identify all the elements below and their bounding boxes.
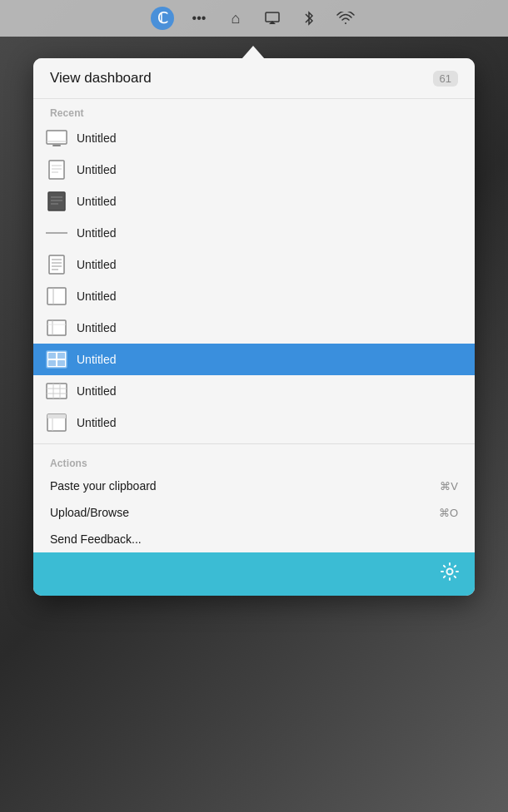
item-label: Untitled [77, 195, 116, 208]
window-sidebar-icon [45, 413, 68, 432]
svg-rect-26 [57, 353, 65, 359]
popup-header[interactable]: View dashboard 61 [33, 58, 475, 99]
svg-rect-9 [48, 192, 65, 210]
item-label: Untitled [77, 416, 116, 429]
item-label: Untitled [77, 163, 116, 176]
item-label: Untitled [77, 321, 116, 334]
recent-section-label: Recent [33, 99, 475, 122]
svg-rect-21 [47, 320, 66, 335]
svg-point-37 [447, 569, 453, 575]
svg-rect-14 [49, 255, 64, 274]
popup-footer [33, 552, 475, 596]
svg-rect-35 [47, 414, 66, 418]
upload-browse-label: Upload/Browse [50, 506, 129, 519]
dashboard-count-badge: 61 [433, 71, 458, 87]
small-split-doc-icon [45, 319, 68, 337]
paste-clipboard-action[interactable]: Paste your clipboard ⌘V [33, 473, 475, 499]
list-item[interactable]: Untitled [33, 154, 475, 186]
item-label: Untitled [77, 353, 116, 366]
dashboard-icon [45, 350, 68, 369]
list-item[interactable]: Untitled [33, 280, 475, 312]
popup-container: View dashboard 61 Recent Untitled Untitl… [33, 58, 475, 596]
list-item[interactable]: Untitled [33, 249, 475, 280]
svg-rect-5 [49, 161, 64, 179]
item-label: Untitled [77, 226, 116, 240]
settings-gear-icon[interactable] [440, 562, 460, 587]
svg-rect-19 [47, 288, 66, 304]
svg-rect-25 [48, 353, 56, 359]
menubar: ℂ ••• ⌂ [0, 0, 508, 37]
list-item[interactable]: Untitled [33, 407, 475, 438]
doc-icon [45, 161, 68, 179]
divider-line-icon [45, 224, 68, 242]
list-item[interactable]: Untitled [33, 312, 475, 344]
svg-rect-28 [57, 360, 65, 366]
section-divider [33, 443, 475, 444]
airplay-menu-icon[interactable] [261, 7, 284, 30]
dots-menu-icon[interactable]: ••• [187, 7, 211, 30]
svg-rect-3 [52, 145, 61, 146]
item-label: Untitled [77, 131, 116, 145]
list-item[interactable]: Untitled [33, 217, 475, 249]
popup-arrow [242, 46, 265, 59]
list-item[interactable]: Untitled [33, 375, 475, 407]
monitor-icon [45, 129, 68, 147]
list-doc-icon [45, 255, 68, 274]
app-menu-icon[interactable]: ℂ [151, 7, 174, 30]
list-item[interactable]: Untitled [33, 186, 475, 217]
svg-rect-2 [47, 131, 67, 144]
svg-rect-27 [48, 360, 56, 366]
svg-rect-29 [47, 384, 67, 399]
item-label: Untitled [77, 258, 116, 271]
wifi-menu-icon[interactable] [334, 7, 357, 30]
table-lines-icon [45, 382, 68, 400]
dark-doc-icon [45, 192, 68, 210]
send-feedback-action[interactable]: Send Feedback... [33, 526, 475, 552]
paste-clipboard-label: Paste your clipboard [50, 479, 157, 493]
item-label: Untitled [77, 290, 116, 303]
actions-section-label: Actions [33, 449, 475, 473]
list-item-selected[interactable]: Untitled [33, 344, 475, 375]
split-doc-icon [45, 287, 68, 305]
bluetooth-menu-icon[interactable] [297, 7, 321, 30]
upload-browse-shortcut: ⌘O [439, 507, 458, 519]
view-dashboard-label: View dashboard [50, 70, 152, 87]
upload-browse-action[interactable]: Upload/Browse ⌘O [33, 499, 475, 526]
send-feedback-label: Send Feedback... [50, 532, 142, 546]
paste-clipboard-shortcut: ⌘V [440, 480, 458, 493]
hat-menu-icon[interactable]: ⌂ [224, 7, 247, 30]
list-item[interactable]: Untitled [33, 122, 475, 154]
svg-rect-0 [266, 12, 279, 22]
item-label: Untitled [77, 384, 116, 398]
